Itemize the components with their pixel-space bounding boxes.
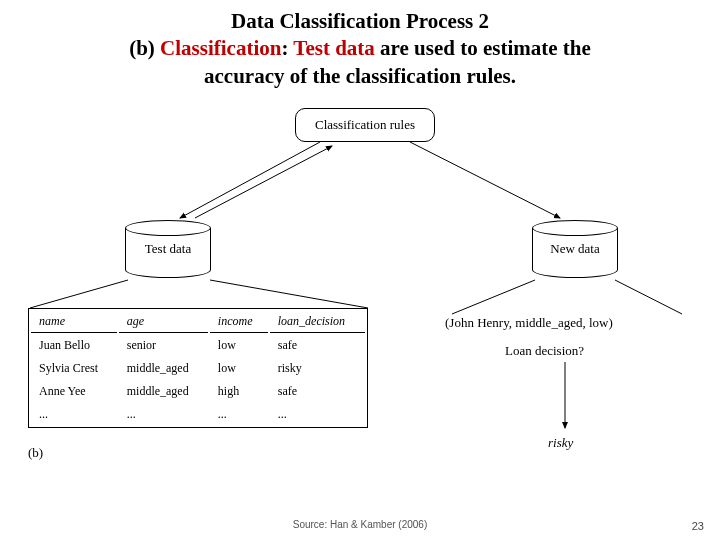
cell: Anne Yee — [31, 381, 117, 402]
cell: low — [210, 335, 268, 356]
page-number: 23 — [692, 520, 704, 532]
title-line3: accuracy of the classification rules. — [40, 63, 680, 90]
cylinder-top — [532, 220, 618, 236]
svg-line-1 — [410, 142, 560, 218]
svg-line-2 — [195, 146, 332, 218]
test-data-label: Test data — [145, 241, 191, 257]
svg-line-6 — [615, 280, 682, 314]
cell: safe — [270, 335, 365, 356]
cell: middle_aged — [119, 358, 208, 379]
new-data-cylinder: New data — [532, 220, 618, 278]
col-loan: loan_decision — [270, 311, 365, 333]
diagram-area: Classification rules Test data New data … — [0, 100, 720, 490]
table-row: Juan Bello senior low safe — [31, 335, 365, 356]
word-testdata: Test data — [293, 36, 375, 60]
col-income: income — [210, 311, 268, 333]
word-classification: Classification — [160, 36, 281, 60]
table-row: ... ... ... ... — [31, 404, 365, 425]
result-risky: risky — [548, 435, 573, 451]
cell: senior — [119, 335, 208, 356]
test-data-cylinder: Test data — [125, 220, 211, 278]
svg-line-3 — [30, 280, 128, 308]
svg-line-4 — [210, 280, 368, 308]
line2-suffix: are used to estimate the — [375, 36, 591, 60]
cylinder-top — [125, 220, 211, 236]
line2-prefix: (b) — [129, 36, 160, 60]
line2-colon: : — [281, 36, 293, 60]
cell: ... — [210, 404, 268, 425]
part-b-label: (b) — [28, 445, 43, 461]
test-data-table: name age income loan_decision Juan Bello… — [28, 308, 368, 428]
svg-line-5 — [452, 280, 535, 314]
footer-source: Source: Han & Kamber (2006) — [0, 519, 720, 530]
cell: Juan Bello — [31, 335, 117, 356]
new-data-tuple: (John Henry, middle_aged, low) — [445, 315, 613, 331]
cell: Sylvia Crest — [31, 358, 117, 379]
cell: ... — [270, 404, 365, 425]
table-row: Anne Yee middle_aged high safe — [31, 381, 365, 402]
slide-title: Data Classification Process 2 (b) Classi… — [0, 0, 720, 100]
table-header-row: name age income loan_decision — [31, 311, 365, 333]
title-line2: (b) Classification: Test data are used t… — [40, 35, 680, 62]
loan-decision-question: Loan decision? — [505, 343, 584, 359]
cell: risky — [270, 358, 365, 379]
svg-line-0 — [180, 142, 320, 218]
arrows-svg — [0, 100, 720, 490]
col-name: name — [31, 311, 117, 333]
table-row: Sylvia Crest middle_aged low risky — [31, 358, 365, 379]
classification-rules-box: Classification rules — [295, 108, 435, 142]
cell: low — [210, 358, 268, 379]
cell: middle_aged — [119, 381, 208, 402]
cell: high — [210, 381, 268, 402]
new-data-label: New data — [550, 241, 599, 257]
title-line1: Data Classification Process 2 — [40, 8, 680, 35]
cell: ... — [119, 404, 208, 425]
col-age: age — [119, 311, 208, 333]
cell: safe — [270, 381, 365, 402]
rules-box-label: Classification rules — [315, 117, 415, 133]
cell: ... — [31, 404, 117, 425]
